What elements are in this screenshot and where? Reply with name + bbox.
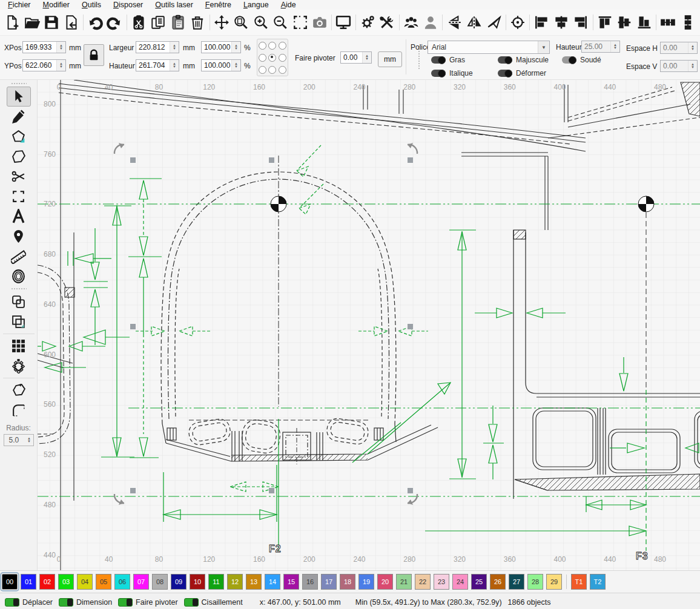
layer-swatch-21[interactable]: 21 — [396, 574, 412, 590]
layer-swatch-18[interactable]: 18 — [340, 574, 355, 590]
layer-swatch-13[interactable]: 13 — [246, 574, 262, 590]
machine-settings-button[interactable] — [377, 12, 397, 33]
layer-swatch-22[interactable]: 22 — [415, 574, 431, 590]
distort-toggle[interactable]: Déformer — [498, 69, 546, 77]
align-top-button[interactable] — [595, 12, 615, 33]
handle-bottom-left[interactable] — [130, 488, 136, 493]
radius-field[interactable]: 5.0▲▼ — [4, 434, 34, 446]
layer-swatch-07[interactable]: 07 — [133, 574, 149, 590]
import-button[interactable] — [61, 12, 81, 33]
paste-button[interactable] — [168, 12, 188, 33]
focus-center-button[interactable] — [508, 12, 527, 33]
tool-text-button[interactable] — [7, 206, 31, 226]
unit-mm-button[interactable]: mm — [378, 51, 402, 67]
tool-close-path-button[interactable] — [7, 380, 31, 400]
layer-swatch-T2[interactable]: T2 — [590, 574, 606, 590]
width-field[interactable]: 220.812▲▼ — [136, 41, 179, 53]
layer-swatch-T1[interactable]: T1 — [571, 574, 587, 590]
layer-swatch-12[interactable]: 12 — [227, 574, 243, 590]
xpos-field[interactable]: 169.933▲▼ — [22, 41, 66, 53]
anchor-radio[interactable] — [279, 54, 286, 62]
pan-button[interactable] — [211, 12, 231, 33]
layer-swatch-29[interactable]: 29 — [546, 574, 562, 590]
settings-button[interactable] — [358, 12, 377, 33]
menu-item-disposer[interactable]: Disposer — [108, 1, 148, 9]
tool-frame-button[interactable] — [7, 186, 31, 206]
menu-item-modifier[interactable]: Modifier — [38, 1, 75, 9]
menu-item-fichier[interactable]: Fichier — [2, 1, 36, 9]
tool-shapes-button[interactable] — [7, 127, 31, 146]
layer-swatch-10[interactable]: 10 — [190, 574, 205, 590]
layer-swatch-20[interactable]: 20 — [377, 574, 393, 590]
align-middle-button[interactable] — [615, 12, 634, 33]
layer-swatch-24[interactable]: 24 — [452, 574, 468, 590]
uppercase-toggle[interactable]: Majuscule — [498, 56, 549, 64]
anchor-radio[interactable] — [259, 42, 266, 50]
canvas[interactable]: F2 F3 0408012016020024028032036040044048… — [38, 80, 700, 570]
layer-swatch-04[interactable]: 04 — [77, 574, 93, 590]
user-button[interactable] — [421, 12, 440, 33]
handle-top-right[interactable] — [408, 157, 413, 163]
anchor-radio[interactable] — [279, 66, 286, 74]
align-left-button[interactable] — [532, 12, 551, 33]
bold-toggle[interactable]: Gras — [431, 56, 465, 64]
tool-circular-array-button[interactable] — [7, 356, 31, 376]
redo-button[interactable] — [105, 12, 124, 33]
zoom-in-button[interactable] — [251, 12, 270, 33]
layer-swatch-19[interactable]: 19 — [358, 574, 374, 590]
layer-swatch-11[interactable]: 11 — [208, 574, 224, 590]
hspace-field[interactable]: 0.00▲▼ — [660, 42, 698, 54]
menu-item-outils-laser[interactable]: Outils laser — [150, 1, 199, 9]
layer-swatch-09[interactable]: 09 — [171, 574, 187, 590]
align-center-button[interactable] — [552, 12, 571, 33]
layer-swatch-16[interactable]: 16 — [302, 574, 318, 590]
width-percent-field[interactable]: 100.000▲▼ — [201, 41, 241, 53]
anchor-radio[interactable] — [259, 54, 266, 62]
menu-item-aide[interactable]: Aide — [276, 1, 302, 9]
layer-swatch-17[interactable]: 17 — [321, 574, 337, 590]
layer-swatch-27[interactable]: 27 — [509, 574, 524, 590]
status-toggle-dimension[interactable]: Dimension — [59, 598, 112, 607]
layer-swatch-01[interactable]: 01 — [21, 574, 36, 590]
camera-button[interactable] — [310, 12, 329, 33]
anchor-radio[interactable] — [259, 66, 266, 74]
anchor-grid[interactable] — [257, 39, 288, 76]
align-right-button[interactable] — [571, 12, 590, 33]
drawing-canvas-svg[interactable]: F2 F3 0408012016020024028032036040044048… — [38, 80, 700, 570]
zoom-all-button[interactable] — [231, 12, 251, 33]
tool-fillet-button[interactable] — [7, 400, 31, 420]
distribute-h-button[interactable] — [658, 12, 678, 33]
handle-bottom-center[interactable] — [269, 488, 274, 493]
tool-weld-button[interactable] — [7, 292, 31, 312]
cut-button[interactable] — [129, 12, 148, 33]
layer-swatch-14[interactable]: 14 — [265, 574, 280, 590]
vspace-field[interactable]: 0.00▲▼ — [660, 60, 698, 72]
align-bottom-button[interactable] — [634, 12, 653, 33]
layer-swatch-08[interactable]: 08 — [152, 574, 168, 590]
tool-boolean-button[interactable] — [7, 312, 31, 332]
layer-swatch-02[interactable]: 02 — [39, 574, 55, 590]
flip-horizontal-button[interactable] — [464, 12, 484, 33]
status-toggle-faire-pivoter[interactable]: Faire pivoter — [118, 598, 177, 607]
rotate-field[interactable]: 0.00▲▼ — [340, 51, 372, 64]
zoom-out-button[interactable] — [271, 12, 290, 33]
palette-grip[interactable] — [11, 288, 27, 291]
anchor-radio-center[interactable] — [268, 54, 276, 62]
frame-selection-button[interactable] — [290, 12, 309, 33]
menu-item-fenetre[interactable]: Fenêtre — [200, 1, 237, 9]
handle-top-left[interactable] — [130, 157, 136, 163]
layer-swatch-25[interactable]: 25 — [471, 574, 487, 590]
layer-swatch-00[interactable]: 00 — [2, 574, 18, 590]
aspect-lock-button[interactable] — [84, 44, 104, 66]
anchor-radio[interactable] — [268, 66, 276, 74]
menu-item-outils[interactable]: Outils — [76, 1, 107, 9]
anchor-radio[interactable] — [279, 42, 286, 50]
italic-toggle[interactable]: Italique — [431, 69, 473, 77]
tool-position-button[interactable] — [7, 226, 31, 246]
layer-swatch-26[interactable]: 26 — [490, 574, 506, 590]
open-button[interactable] — [22, 12, 41, 33]
layer-swatch-03[interactable]: 03 — [58, 574, 74, 590]
tool-grid-array-button[interactable] — [7, 336, 31, 356]
handle-top-center[interactable] — [269, 157, 274, 163]
flip-vertical-button[interactable] — [444, 12, 464, 33]
